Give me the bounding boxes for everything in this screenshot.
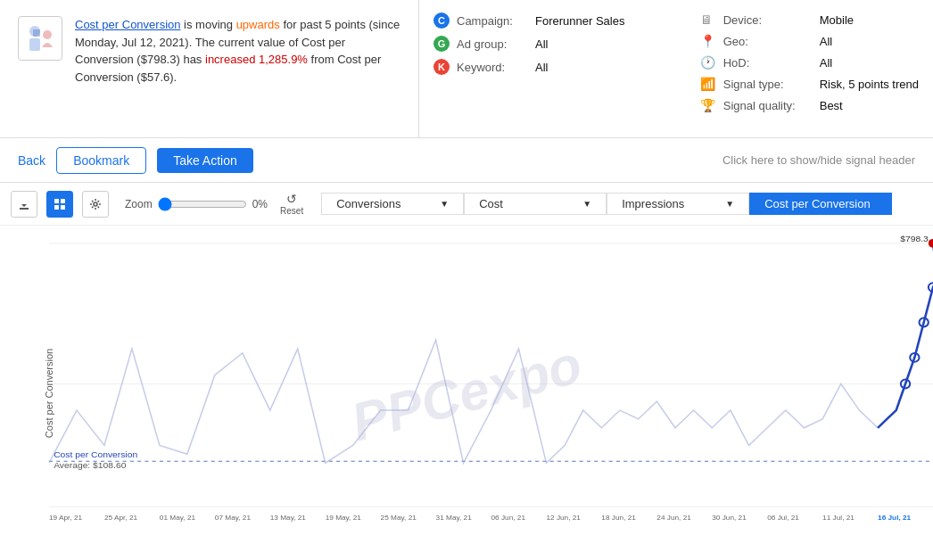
svg-text:30 Jun, 21: 30 Jun, 21 [712,514,747,522]
tab-conversions-label: Conversions [336,197,400,210]
alert-box: Cost per Conversion is moving upwards fo… [0,0,419,137]
tab-impressions-label: Impressions [622,197,684,210]
download-icon[interactable] [11,191,37,218]
grid-icon[interactable] [46,191,73,218]
svg-text:13 May, 21: 13 May, 21 [270,514,307,522]
meta-box: C Campaign: Forerunner Sales G Ad group:… [419,0,933,137]
svg-text:Cost per Conversion: Cost per Conversion [54,449,137,459]
meta-col-right: 🖥 Device: Mobile 📍 Geo: All 🕐 HoD: All 📶… [700,12,919,125]
svg-text:25 Apr, 21: 25 Apr, 21 [104,514,138,522]
meta-col-left: C Campaign: Forerunner Sales G Ad group:… [433,12,682,125]
signal-type-label: Signal type: [723,78,813,91]
tab-cpc-label: Cost per Conversion [764,197,871,210]
svg-rect-1 [29,38,40,51]
geo-value: All [820,35,832,48]
svg-text:Average: $108.60: Average: $108.60 [54,460,127,470]
chart-area: PPCexpo Cost per Conversion $798.3 $399.… [0,226,933,560]
svg-text:$798.3: $798.3 [900,235,929,243]
metric-tabs: Conversions ▼ Cost ▼ Impressions ▼ Cost … [321,193,922,215]
svg-text:06 Jun, 21: 06 Jun, 21 [491,514,526,522]
adgroup-label: Ad group: [457,37,528,51]
svg-text:11 Jul, 21: 11 Jul, 21 [822,514,855,522]
tab-impressions[interactable]: Impressions ▼ [607,193,749,215]
svg-point-8 [94,202,97,206]
signal-quality-icon: 🏆 [700,98,716,112]
bookmark-button[interactable]: Bookmark [56,147,146,174]
svg-text:19 Apr, 21: 19 Apr, 21 [49,514,83,522]
zoom-section: Zoom 0% [125,197,268,211]
hod-value: All [820,56,832,70]
svg-text:01 May, 21: 01 May, 21 [160,514,196,522]
svg-text:18 Jun, 21: 18 Jun, 21 [601,514,636,522]
alert-text: Cost per Conversion is moving upwards fo… [75,16,400,86]
tab-cost-label: Cost [479,197,503,210]
campaign-icon: C [433,12,450,29]
take-action-button[interactable]: Take Action [157,148,253,173]
reset-button[interactable]: ↺ Reset [280,192,303,216]
hod-icon: 🕐 [700,55,716,70]
keyword-label: Keyword: [457,61,528,74]
device-value: Mobile [820,13,854,27]
keyword-icon: K [433,59,450,75]
svg-text:19 May, 21: 19 May, 21 [326,514,362,522]
svg-rect-4 [54,199,59,203]
svg-rect-5 [61,199,65,203]
impressions-arrow: ▼ [725,199,734,209]
svg-rect-3 [33,29,40,37]
campaign-value: Forerunner Sales [535,14,624,28]
zoom-pct: 0% [252,198,268,210]
device-row: 🖥 Device: Mobile [700,12,919,27]
back-button[interactable]: Back [18,153,45,168]
svg-text:06 Jul, 21: 06 Jul, 21 [767,514,799,522]
action-hint: Click here to show/hide signal header [722,153,915,167]
keyword-value: All [535,61,548,74]
zoom-slider[interactable] [158,197,247,211]
campaign-row: C Campaign: Forerunner Sales [433,12,682,29]
geo-icon: 📍 [700,34,716,48]
campaign-label: Campaign: [457,14,528,28]
chart-toolbar: Zoom 0% ↺ Reset Conversions ▼ Cost ▼ Imp… [0,183,933,226]
cost-arrow: ▼ [582,199,591,209]
action-buttons: Back Bookmark Take Action [18,147,253,174]
adgroup-icon: G [433,36,450,52]
svg-text:16 Jul, 21: 16 Jul, 21 [878,514,912,522]
svg-text:24 Jun, 21: 24 Jun, 21 [656,514,691,522]
hod-row: 🕐 HoD: All [700,55,919,70]
change-pct: 1,285.9% [259,53,308,66]
chart-svg: $798.3 $399.1 $0 $798.3 Cost per Co [49,235,933,533]
chart-section: Zoom 0% ↺ Reset Conversions ▼ Cost ▼ Imp… [0,183,933,560]
change-label: increased [205,53,255,66]
svg-text:07 May, 21: 07 May, 21 [215,514,252,522]
svg-point-2 [43,30,52,39]
adgroup-row: G Ad group: All [433,36,682,52]
signal-quality-label: Signal quality: [723,99,813,112]
conversions-arrow: ▼ [440,199,449,209]
tab-cost[interactable]: Cost ▼ [464,193,607,215]
signal-type-value: Risk, 5 points trend [820,78,919,91]
signal-quality-row: 🏆 Signal quality: Best [700,98,919,112]
svg-text:31 May, 21: 31 May, 21 [436,514,473,522]
signal-type-row: 📶 Signal type: Risk, 5 points trend [700,77,919,91]
zoom-label: Zoom [125,198,153,210]
signal-type-icon: 📶 [700,77,716,91]
svg-rect-6 [54,205,59,210]
geo-row: 📍 Geo: All [700,34,919,48]
adgroup-value: All [535,37,548,51]
settings-icon[interactable] [82,191,109,218]
tab-conversions[interactable]: Conversions ▼ [321,193,464,215]
geo-label: Geo: [723,35,813,48]
hod-label: HoD: [723,56,813,70]
device-icon: 🖥 [700,12,716,27]
svg-text:25 May, 21: 25 May, 21 [381,514,417,522]
device-label: Device: [723,13,813,27]
signal-quality-value: Best [820,99,843,112]
svg-rect-7 [61,205,65,210]
alert-icon [18,16,62,61]
action-bar: Back Bookmark Take Action Click here to … [0,138,933,183]
y-axis-label: Cost per Conversion [44,348,54,437]
tab-cost-per-conversion[interactable]: Cost per Conversion [749,193,892,215]
svg-text:12 Jun, 21: 12 Jun, 21 [546,514,581,522]
metric-link[interactable]: Cost per Conversion [75,18,181,31]
keyword-row: K Keyword: All [433,59,682,75]
direction-text: upwards [236,18,280,31]
